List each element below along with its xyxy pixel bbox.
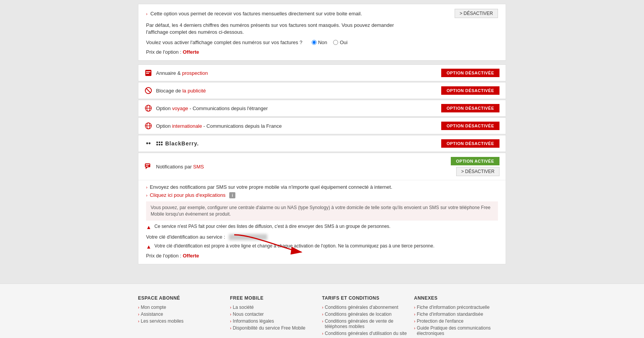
sms-warning2: ▲ Votre clé d'identification est propre … bbox=[146, 243, 498, 250]
footer-arrow-3: › bbox=[138, 319, 139, 323]
prix-row-top: Prix de l'option : Offerte bbox=[146, 49, 498, 55]
footer-arrow-15: › bbox=[414, 319, 415, 323]
option-left-internationale: Option internationale - Communications d… bbox=[145, 122, 282, 130]
voyage-label: Option voyage - Communications depuis l'… bbox=[156, 106, 268, 111]
footer-link-fiche-std[interactable]: Fiche d'information standardisée bbox=[417, 312, 483, 317]
footer-arrow-5: › bbox=[230, 312, 231, 317]
footer-heading-tarifs: TARIFS ET CONDITIONS bbox=[322, 295, 414, 301]
option-row-blackberry: •• BlackBerry. OPTION DÉSACTIVÉE bbox=[138, 135, 506, 152]
sms-status-button[interactable]: OPTION ACTIVÉE bbox=[451, 157, 500, 165]
svg-rect-15 bbox=[159, 144, 160, 145]
radio-non-label[interactable]: Non bbox=[312, 40, 327, 45]
voyage-status-button[interactable]: OPTION DÉSACTIVÉE bbox=[441, 104, 499, 112]
sms-desactiver-button[interactable]: > DÉSACTIVER bbox=[456, 167, 499, 176]
blocage-link[interactable]: la publicité bbox=[182, 88, 206, 94]
arrow-icon: › bbox=[146, 12, 148, 16]
svg-rect-11 bbox=[156, 142, 158, 143]
footer-link-disponibilite[interactable]: Disponibilité du service Free Mobile bbox=[233, 325, 305, 331]
footer-item-societe: › La société bbox=[230, 305, 322, 310]
radio-non-input[interactable] bbox=[312, 40, 317, 45]
footer-item-enfance: › Protection de l'enfance bbox=[414, 318, 506, 324]
annuaire-status-button[interactable]: OPTION DÉSACTIVÉE bbox=[441, 69, 499, 77]
sms-warning1: ▲ Ce service n'est PAS fait pour créer d… bbox=[146, 224, 498, 230]
desactiver-email-button[interactable]: > DÉSACTIVER bbox=[455, 9, 498, 18]
sms-header: Notifications par SMS OPTION ACTIVÉE > D… bbox=[138, 153, 506, 180]
radio-oui-input[interactable] bbox=[333, 40, 338, 45]
sms-header-left: Notifications par SMS bbox=[145, 163, 204, 170]
warning-icon-1: ▲ bbox=[146, 224, 151, 230]
email-text: › Cette option vous permet de recevoir v… bbox=[146, 11, 362, 16]
footer-col-tarifs: TARIFS ET CONDITIONS › Conditions généra… bbox=[322, 295, 414, 338]
radio-oui-text: Oui bbox=[340, 40, 347, 45]
option-row-annuaire: Annuaire & prospection OPTION DÉSACTIVÉE bbox=[138, 64, 506, 81]
prix-row-sms: Prix de l'option : Offerte bbox=[146, 253, 498, 259]
annuaire-icon bbox=[145, 69, 152, 77]
blackberry-logo: BlackBerry. bbox=[156, 140, 199, 147]
footer-link-cgv[interactable]: Conditions générales de vente de télépho… bbox=[325, 318, 414, 329]
blocage-status-button[interactable]: OPTION DÉSACTIVÉE bbox=[441, 86, 499, 95]
footer-arrow-11: › bbox=[322, 331, 323, 336]
internationale-icon bbox=[145, 122, 152, 130]
sms-info-box: Vous pouvez, par exemple, configurer une… bbox=[146, 201, 498, 221]
footer-link-fiche-pre[interactable]: Fiche d'information précontractuelle bbox=[417, 305, 490, 310]
internationale-status-button[interactable]: OPTION DÉSACTIVÉE bbox=[441, 122, 499, 130]
svg-rect-12 bbox=[159, 142, 160, 143]
radio-oui-label[interactable]: Oui bbox=[333, 40, 347, 45]
footer-link-assistance[interactable]: Assistance bbox=[141, 312, 163, 317]
footer-item-services: › Les services mobiles bbox=[138, 318, 230, 324]
warning-icon-2: ▲ bbox=[146, 244, 151, 250]
footer-col-free: FREE MOBILE › La société › Nous contacte… bbox=[230, 295, 322, 338]
prix-value-sms: Offerte bbox=[183, 253, 199, 259]
key-value-blurred bbox=[229, 234, 267, 240]
footer-link-moncompte[interactable]: Mon compte bbox=[141, 305, 166, 310]
internationale-link[interactable]: internationale bbox=[172, 123, 202, 129]
footer-arrow-7: › bbox=[230, 326, 231, 330]
footer-item-moncompte: › Mon compte bbox=[138, 305, 230, 310]
footer-item-contacter: › Nous contacter bbox=[230, 312, 322, 317]
footer-link-contacter[interactable]: Nous contacter bbox=[233, 312, 264, 317]
footer-arrow-9: › bbox=[322, 312, 323, 317]
footer-link-cgu[interactable]: Conditions générales d'utilisation du si… bbox=[325, 331, 407, 336]
footer-arrow-8: › bbox=[322, 305, 323, 310]
svg-rect-16 bbox=[161, 144, 163, 145]
blackberry-status-button[interactable]: OPTION DÉSACTIVÉE bbox=[441, 139, 499, 148]
footer-item-legales: › Informations légales bbox=[230, 318, 322, 324]
footer-item-fiche-std: › Fiche d'information standardisée bbox=[414, 312, 506, 317]
footer-link-cgl[interactable]: Conditions générales de location bbox=[325, 312, 391, 317]
footer-arrow-10: › bbox=[322, 319, 323, 323]
sms-explications-link[interactable]: Cliquez ici pour plus d'explications bbox=[150, 192, 226, 198]
footer-link-cga[interactable]: Conditions générales d'abonnement bbox=[325, 305, 398, 310]
page-wrapper: › Cette option vous permet de recevoir v… bbox=[0, 0, 644, 338]
annuaire-link[interactable]: prospection bbox=[182, 70, 208, 76]
sms-section: Notifications par SMS OPTION ACTIVÉE > D… bbox=[138, 153, 506, 264]
footer-item-guide: › Guide Pratique des communications élec… bbox=[414, 325, 506, 336]
footer-arrow-13: › bbox=[414, 305, 415, 310]
option-row-blocage: Blocage de la publicité OPTION DÉSACTIVÉ… bbox=[138, 82, 506, 99]
footer-link-services[interactable]: Les services mobiles bbox=[141, 318, 183, 324]
info-icon[interactable]: i bbox=[229, 192, 235, 198]
masque-text: Par défaut, les 4 derniers chiffres des … bbox=[146, 22, 498, 36]
footer-link-guide[interactable]: Guide Pratique des communications électr… bbox=[417, 325, 506, 336]
footer-item-cgu: › Conditions générales d'utilisation du … bbox=[322, 331, 414, 336]
footer-heading-espace: ESPACE ABONNÉ bbox=[138, 295, 230, 301]
footer-heading-free: FREE MOBILE bbox=[230, 295, 322, 301]
footer-arrow-4: › bbox=[230, 305, 231, 310]
footer-item-disponibilite: › Disponibilité du service Free Mobile bbox=[230, 325, 322, 331]
voyage-link[interactable]: voyage bbox=[172, 106, 188, 111]
sms-body: › Envoyez des notifications par SMS sur … bbox=[138, 180, 506, 264]
footer-link-societe[interactable]: La société bbox=[233, 305, 254, 310]
option-left-voyage: Option voyage - Communications depuis l'… bbox=[145, 104, 268, 112]
svg-marker-18 bbox=[146, 167, 148, 169]
option-row-internationale: Option internationale - Communications d… bbox=[138, 117, 506, 134]
svg-rect-20 bbox=[146, 166, 148, 167]
main-content: › Cette option vous permet de recevoir v… bbox=[138, 0, 506, 276]
footer-link-enfance[interactable]: Protection de l'enfance bbox=[417, 318, 463, 324]
footer-link-legales[interactable]: Informations légales bbox=[233, 318, 274, 324]
footer-list-annexes: › Fiche d'information précontractuelle ›… bbox=[414, 305, 506, 336]
internationale-label: Option internationale - Communications d… bbox=[156, 123, 282, 129]
footer-arrow-6: › bbox=[230, 319, 231, 323]
sms-bullet2: › Cliquez ici pour plus d'explications i bbox=[146, 192, 498, 198]
sms-link[interactable]: SMS bbox=[193, 164, 204, 170]
option-left-annuaire: Annuaire & prospection bbox=[145, 69, 208, 77]
footer-arrow-2: › bbox=[138, 312, 139, 317]
